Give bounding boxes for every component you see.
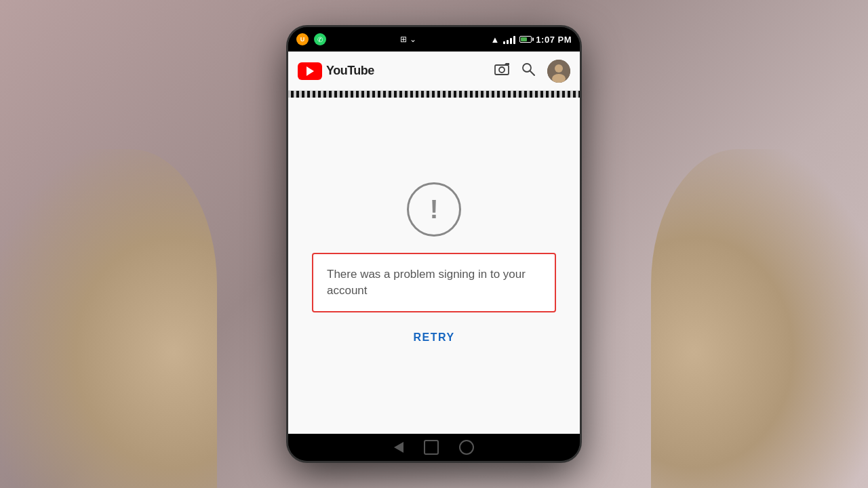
status-time: 1:07 PM [536,35,572,45]
notif-center-icons: ⊞ ⌄ [400,35,416,44]
expand-icon: ⊞ [400,35,407,44]
search-icon[interactable] [521,62,535,79]
uc-browser-icon: U [296,33,309,45]
youtube-logo: YouTube [298,62,494,80]
hand-left [0,149,217,488]
whatsapp-icon: ✆ [314,33,326,45]
svg-point-6 [555,64,563,73]
navbar-icons [494,60,570,83]
youtube-play-button-logo [298,62,322,80]
back-button[interactable] [394,442,403,453]
phone: U ✆ ⊞ ⌄ ▲ 1:07 PM YouTube [288,27,580,461]
hand-right [651,149,868,488]
error-message-box: There was a problem signing in to your a… [312,253,556,312]
wifi-icon: ▲ [490,35,499,45]
battery-icon [519,36,532,43]
youtube-navbar: YouTube [288,52,580,91]
error-icon-wrapper: ! [407,182,461,237]
dotted-separator [288,91,580,98]
youtube-logo-text: YouTube [326,64,374,78]
exclamation-mark: ! [430,195,439,224]
status-bar: U ✆ ⊞ ⌄ ▲ 1:07 PM [288,27,580,52]
svg-line-4 [530,71,534,75]
error-message-text: There was a problem signing in to your a… [327,268,526,297]
svg-point-3 [523,64,531,72]
retry-button[interactable]: RETRY [399,326,468,349]
main-content: ! There was a problem signing in to your… [288,98,580,434]
phone-bottom-nav [288,434,580,461]
status-right-icons: ▲ 1:07 PM [490,35,572,45]
home-button[interactable] [424,440,439,455]
chevron-down-icon: ⌄ [410,35,416,44]
svg-rect-0 [495,65,509,75]
recents-button[interactable] [459,440,474,455]
svg-marker-1 [504,63,509,65]
error-circle-icon: ! [407,182,461,237]
signal-bars [503,35,515,44]
user-avatar[interactable] [547,60,570,83]
camera-icon[interactable] [494,63,509,79]
svg-point-2 [499,67,505,73]
status-left-icons: U ✆ [296,33,326,45]
